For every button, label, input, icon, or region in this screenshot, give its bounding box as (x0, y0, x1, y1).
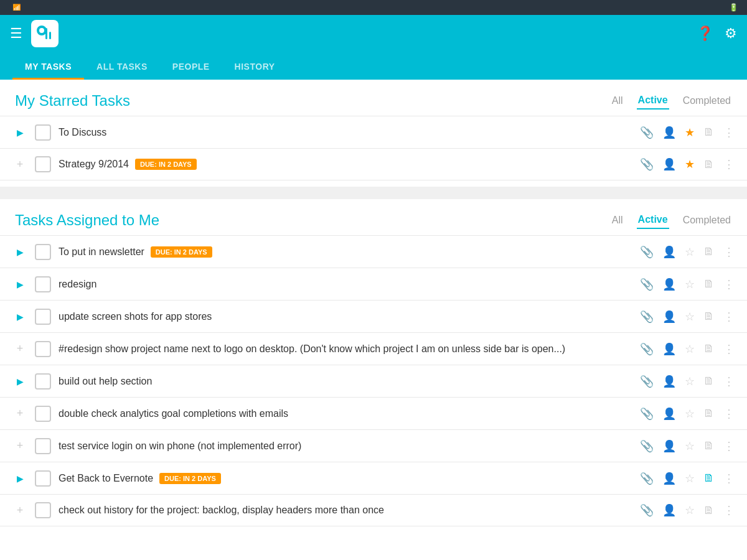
note-icon[interactable]: 🗎 (703, 407, 715, 420)
star-icon[interactable]: ☆ (685, 310, 695, 324)
more-icon[interactable]: ⋮ (723, 342, 735, 356)
task-checkbox[interactable] (35, 438, 51, 454)
assignee-icon[interactable]: 👤 (662, 503, 676, 517)
expand-icon[interactable]: ▶ (12, 128, 27, 138)
note-icon[interactable]: 🗎 (703, 126, 715, 139)
assignee-icon[interactable]: 👤 (662, 126, 676, 139)
table-row: +double check analytics goal completions… (0, 397, 747, 429)
attachment-icon[interactable]: 📎 (640, 278, 654, 291)
filter-completed-assigned[interactable]: Completed (682, 212, 732, 228)
attachment-icon[interactable]: 📎 (640, 503, 654, 517)
star-icon[interactable]: ☆ (685, 472, 695, 485)
add-subtask-icon[interactable]: + (12, 439, 27, 452)
more-icon[interactable]: ⋮ (723, 407, 735, 421)
task-checkbox[interactable] (35, 244, 51, 260)
note-icon[interactable]: 🗎 (703, 310, 715, 323)
note-icon[interactable]: 🗎 (703, 342, 715, 355)
assignee-icon[interactable]: 👤 (662, 472, 676, 485)
task-checkbox[interactable] (35, 470, 51, 487)
note-icon[interactable]: 🗎 (703, 245, 715, 258)
task-checkbox[interactable] (35, 309, 51, 325)
note-icon[interactable]: 🗎 (703, 375, 715, 388)
star-icon[interactable]: ☆ (685, 342, 695, 356)
section-header-starred: My Starred TasksAllActiveCompleted (0, 92, 747, 116)
attachment-icon[interactable]: 📎 (640, 245, 654, 259)
tab-all-tasks[interactable]: ALL TASKS (84, 55, 160, 80)
more-icon[interactable]: ⋮ (723, 375, 735, 388)
attachment-icon[interactable]: 📎 (640, 439, 654, 453)
star-icon[interactable]: ☆ (685, 439, 695, 453)
star-icon[interactable]: ☆ (685, 407, 695, 421)
tab-people[interactable]: PEOPLE (160, 55, 222, 80)
attachment-icon[interactable]: 📎 (640, 472, 654, 485)
expand-icon[interactable]: ▶ (12, 247, 27, 257)
assignee-icon[interactable]: 👤 (662, 375, 676, 388)
more-icon[interactable]: ⋮ (723, 472, 735, 485)
add-subtask-icon[interactable]: + (12, 158, 27, 171)
more-icon[interactable]: ⋮ (723, 278, 735, 291)
attachment-icon[interactable]: 📎 (640, 126, 654, 139)
table-row: ▶update screen shots for app stores📎👤☆🗎⋮ (0, 300, 747, 332)
more-icon[interactable]: ⋮ (723, 157, 735, 171)
hamburger-menu-icon[interactable]: ☰ (10, 26, 22, 42)
settings-icon[interactable]: ⚙ (725, 26, 737, 42)
assignee-icon[interactable]: 👤 (662, 342, 676, 356)
note-icon[interactable]: 🗎 (703, 504, 715, 517)
star-icon[interactable]: ☆ (685, 245, 695, 259)
star-icon[interactable]: ☆ (685, 278, 695, 291)
task-checkbox[interactable] (35, 373, 51, 390)
star-icon[interactable]: ★ (685, 126, 695, 139)
assignee-icon[interactable]: 👤 (662, 407, 676, 421)
add-subtask-icon[interactable]: + (12, 504, 27, 517)
task-checkbox[interactable] (35, 124, 51, 141)
filter-all-starred[interactable]: All (611, 93, 624, 109)
filter-completed-starred[interactable]: Completed (682, 93, 732, 109)
assignee-icon[interactable]: 👤 (662, 439, 676, 453)
help-icon[interactable]: ❓ (697, 26, 713, 42)
add-subtask-icon[interactable]: + (12, 342, 27, 355)
tab-my-tasks[interactable]: MY TASKS (12, 55, 84, 80)
attachment-icon[interactable]: 📎 (640, 157, 654, 171)
assignee-icon[interactable]: 👤 (662, 245, 676, 259)
filter-all-assigned[interactable]: All (611, 212, 624, 228)
assignee-icon[interactable]: 👤 (662, 278, 676, 291)
task-text: redesign (59, 279, 634, 290)
star-icon[interactable]: ☆ (685, 503, 695, 517)
more-icon[interactable]: ⋮ (723, 126, 735, 139)
attachment-icon[interactable]: 📎 (640, 407, 654, 421)
assignee-icon[interactable]: 👤 (662, 310, 676, 324)
more-icon[interactable]: ⋮ (723, 310, 735, 324)
more-icon[interactable]: ⋮ (723, 439, 735, 453)
expand-icon[interactable]: ▶ (12, 376, 27, 386)
filter-active-starred[interactable]: Active (637, 92, 669, 110)
tab-history[interactable]: HISTORY (222, 55, 288, 80)
task-checkbox[interactable] (35, 406, 51, 422)
note-icon[interactable]: 🗎 (703, 439, 715, 452)
note-icon[interactable]: 🗎 (703, 158, 715, 171)
more-icon[interactable]: ⋮ (723, 503, 735, 517)
filter-active-assigned[interactable]: Active (637, 212, 669, 229)
task-checkbox[interactable] (35, 341, 51, 357)
add-subtask-icon[interactable]: + (12, 407, 27, 420)
task-checkbox[interactable] (35, 502, 51, 518)
expand-icon[interactable]: ▶ (12, 279, 27, 289)
expand-icon[interactable]: ▶ (12, 312, 27, 322)
note-icon[interactable]: 🗎 (703, 278, 715, 291)
table-row: +check out history for the project: back… (0, 494, 747, 526)
expand-icon[interactable]: ▶ (12, 474, 27, 483)
due-badge: DUE: IN 2 DAYS (159, 473, 221, 484)
section-divider (0, 187, 747, 199)
star-icon[interactable]: ★ (685, 157, 695, 171)
attachment-icon[interactable]: 📎 (640, 342, 654, 356)
attachment-icon[interactable]: 📎 (640, 310, 654, 324)
task-checkbox[interactable] (35, 156, 51, 172)
task-checkbox[interactable] (35, 276, 51, 292)
more-icon[interactable]: ⋮ (723, 245, 735, 259)
assignee-icon[interactable]: 👤 (662, 157, 676, 171)
due-badge: DUE: IN 2 DAYS (135, 159, 197, 170)
task-text: To put in newsletterDUE: IN 2 DAYS (59, 246, 634, 258)
note-icon[interactable]: 🗎 (703, 472, 715, 485)
attachment-icon[interactable]: 📎 (640, 375, 654, 388)
svg-rect-3 (45, 28, 47, 39)
star-icon[interactable]: ☆ (685, 375, 695, 388)
